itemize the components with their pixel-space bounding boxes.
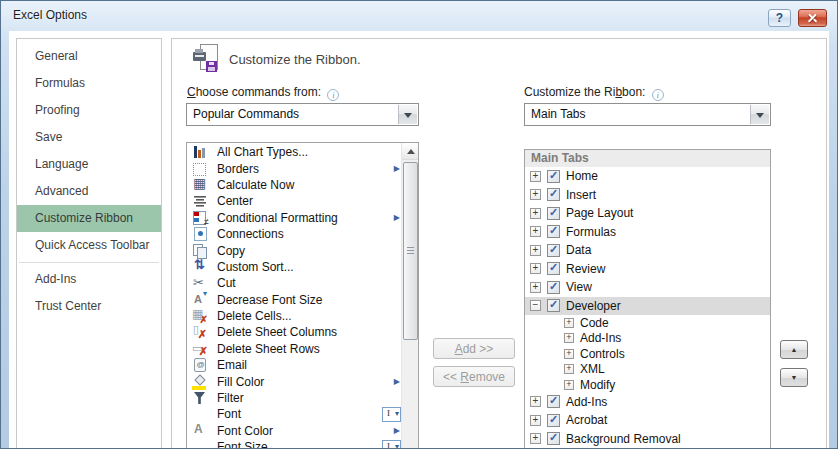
scroll-up-icon[interactable] xyxy=(402,143,419,160)
checkbox[interactable] xyxy=(547,244,560,257)
sidebar-item-trust-center[interactable]: Trust Center xyxy=(17,293,161,320)
command-item[interactable]: Connections xyxy=(187,226,401,242)
command-item[interactable]: Borders▶ xyxy=(187,160,401,176)
checkbox[interactable] xyxy=(547,225,560,238)
ribbon-tab-item-page-layout[interactable]: +Page Layout xyxy=(525,204,770,223)
collapse-icon[interactable]: − xyxy=(530,300,541,311)
command-item[interactable]: Email xyxy=(187,357,401,373)
expand-icon[interactable]: + xyxy=(564,364,574,374)
command-item[interactable]: Custom Sort... xyxy=(187,259,401,275)
dropdown-value: Main Tabs xyxy=(531,107,585,121)
expand-icon[interactable]: + xyxy=(530,208,541,219)
sidebar-item-proofing[interactable]: Proofing xyxy=(17,97,161,124)
command-item[interactable]: Delete Sheet Columns xyxy=(187,324,401,340)
command-label: Conditional Formatting xyxy=(217,211,394,225)
ribbon-tab-item-developer[interactable]: −Developer xyxy=(525,297,770,316)
ribbon-tab-item-acrobat[interactable]: +Acrobat xyxy=(525,411,770,430)
checkbox[interactable] xyxy=(547,414,560,427)
add-button[interactable]: Add >> xyxy=(433,338,515,359)
command-item[interactable]: Font xyxy=(187,406,401,422)
move-up-button[interactable]: ▲ xyxy=(780,340,808,359)
command-item[interactable]: Delete Cells... xyxy=(187,308,401,324)
ribbon-group-item-add-ins[interactable]: +Add-Ins xyxy=(525,331,770,347)
dropdown-button[interactable] xyxy=(750,105,769,124)
ribbon-tab-item-review[interactable]: +Review xyxy=(525,260,770,279)
expand-icon[interactable]: + xyxy=(530,415,541,426)
ribbon-group-item-modify[interactable]: +Modify xyxy=(525,377,770,393)
ribbon-group-item-code[interactable]: +Code xyxy=(525,315,770,331)
ribbon-tab-item-background-removal[interactable]: +Background Removal xyxy=(525,430,770,449)
command-item[interactable]: All Chart Types... xyxy=(187,144,401,160)
command-item[interactable]: Font Size xyxy=(187,439,401,449)
checkbox[interactable] xyxy=(547,188,560,201)
commands-scrollbar[interactable] xyxy=(401,143,418,449)
combo-box-icon xyxy=(382,440,401,449)
expand-icon[interactable]: + xyxy=(564,380,574,390)
expand-icon[interactable]: + xyxy=(530,189,541,200)
command-label: Filter xyxy=(217,391,401,405)
checkbox[interactable] xyxy=(547,170,560,183)
chevron-down-icon xyxy=(404,113,412,118)
command-item[interactable]: Fill Color▶ xyxy=(187,373,401,389)
close-button[interactable] xyxy=(798,9,827,27)
command-item[interactable]: Center xyxy=(187,193,401,209)
expand-icon[interactable]: + xyxy=(530,263,541,274)
ribbon-tab-item-home[interactable]: +Home xyxy=(525,167,770,186)
dropdown-button[interactable] xyxy=(398,105,417,124)
scrollbar-thumb[interactable] xyxy=(403,162,418,340)
command-item[interactable]: Font Color▶ xyxy=(187,423,401,439)
sidebar-item-save[interactable]: Save xyxy=(17,124,161,151)
sidebar-item-advanced[interactable]: Advanced xyxy=(17,178,161,205)
expand-icon[interactable]: + xyxy=(530,245,541,256)
sidebar-item-add-ins[interactable]: Add-Ins xyxy=(17,266,161,293)
connections-icon xyxy=(192,227,208,241)
remove-button[interactable]: << Remove xyxy=(433,366,515,387)
help-button[interactable]: ? xyxy=(768,9,791,27)
command-item[interactable]: Decrease Font Size xyxy=(187,292,401,308)
customize-ribbon-dropdown[interactable]: Main Tabs xyxy=(524,103,771,126)
checkbox[interactable] xyxy=(547,207,560,220)
expand-icon[interactable]: + xyxy=(530,282,541,293)
move-down-button[interactable]: ▼ xyxy=(780,368,808,387)
ribbon-tab-item-formulas[interactable]: +Formulas xyxy=(525,223,770,242)
expand-icon[interactable]: + xyxy=(530,396,541,407)
arrow-up-icon: ▲ xyxy=(791,346,798,353)
ribbon-group-item-xml[interactable]: +XML xyxy=(525,362,770,378)
sidebar-item-language[interactable]: Language xyxy=(17,151,161,178)
command-item[interactable]: Filter xyxy=(187,390,401,406)
checkbox[interactable] xyxy=(547,281,560,294)
sidebar-item-customize-ribbon[interactable]: Customize Ribbon xyxy=(17,205,161,232)
window-title: Excel Options xyxy=(13,8,87,22)
command-item[interactable]: Delete Sheet Rows xyxy=(187,341,401,357)
sidebar-item-quick-access-toolbar[interactable]: Quick Access Toolbar xyxy=(17,232,161,259)
checkbox[interactable] xyxy=(547,395,560,408)
command-item[interactable]: Cut xyxy=(187,275,401,291)
command-label: Delete Sheet Columns xyxy=(217,325,401,339)
expand-icon[interactable]: + xyxy=(530,433,541,444)
command-item[interactable]: Copy xyxy=(187,242,401,258)
expand-icon[interactable]: + xyxy=(564,333,574,343)
choose-commands-dropdown[interactable]: Popular Commands xyxy=(186,103,419,126)
expand-icon[interactable]: + xyxy=(530,226,541,237)
command-label: Font Size xyxy=(217,440,382,449)
ribbon-tab-item-data[interactable]: +Data xyxy=(525,241,770,260)
expand-icon[interactable]: + xyxy=(530,171,541,182)
sidebar-item-general[interactable]: General xyxy=(17,43,161,70)
checkbox[interactable] xyxy=(547,432,560,445)
command-label: Calculate Now xyxy=(217,178,401,192)
expand-icon[interactable]: + xyxy=(564,318,574,328)
sidebar-item-formulas[interactable]: Formulas xyxy=(17,70,161,97)
ribbon-group-item-controls[interactable]: +Controls xyxy=(525,346,770,362)
ribbon-tab-item-view[interactable]: +View xyxy=(525,278,770,297)
checkbox[interactable] xyxy=(547,262,560,275)
info-icon[interactable] xyxy=(652,89,664,101)
ribbon-tab-item-insert[interactable]: +Insert xyxy=(525,186,770,205)
titlebar[interactable]: Excel Options ? xyxy=(1,1,838,31)
center-icon xyxy=(192,194,208,208)
command-item[interactable]: Calculate Now xyxy=(187,177,401,193)
checkbox[interactable] xyxy=(547,299,560,312)
ribbon-tab-item-add-ins[interactable]: +Add-Ins xyxy=(525,393,770,412)
info-icon[interactable] xyxy=(327,89,339,101)
expand-icon[interactable]: + xyxy=(564,349,574,359)
command-item[interactable]: Conditional Formatting▶ xyxy=(187,210,401,226)
